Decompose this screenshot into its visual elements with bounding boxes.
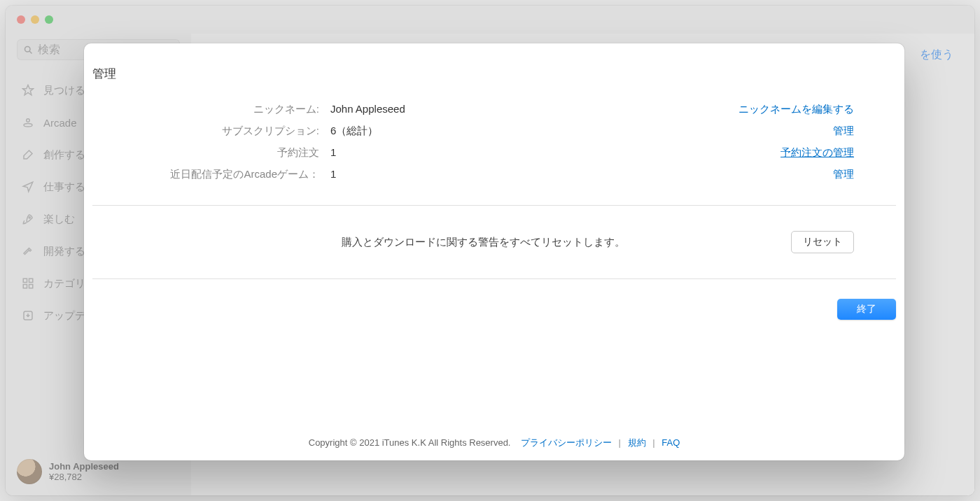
manage-modal: 管理 ニックネーム: John Appleseed ニックネームを編集する サブ… xyxy=(84,43,904,460)
svg-rect-8 xyxy=(23,285,27,288)
svg-point-5 xyxy=(29,217,30,218)
svg-point-0 xyxy=(25,46,31,52)
privacy-policy-link[interactable]: プライバシーポリシー xyxy=(521,437,612,448)
sidebar-item-label: カテゴリ xyxy=(43,277,85,290)
svg-line-1 xyxy=(29,51,31,53)
avatar xyxy=(17,459,42,484)
sidebar-item-label: 見つける xyxy=(43,84,85,97)
value-nickname: John Appleseed xyxy=(330,103,405,115)
sidebar-item-label: Arcade xyxy=(43,117,77,129)
value-preorders: 1 xyxy=(330,146,336,158)
done-button[interactable]: 終了 xyxy=(837,299,896,320)
brush-icon xyxy=(21,148,35,162)
top-right-link[interactable]: を使う xyxy=(920,48,953,62)
value-subscriptions: 6（総計） xyxy=(330,125,378,138)
label-nickname: ニックネーム: xyxy=(92,103,330,116)
value-arcade-upcoming: 1 xyxy=(330,168,336,180)
manage-preorders-link[interactable]: 予約注文の管理 xyxy=(780,146,896,160)
modal-title: 管理 xyxy=(88,66,900,99)
sidebar-item-label: 開発する xyxy=(43,245,85,258)
label-arcade-upcoming: 近日配信予定のArcadeゲーム： xyxy=(92,168,330,181)
paperplane-icon xyxy=(21,180,35,194)
close-window-button[interactable] xyxy=(17,15,25,24)
maximize-window-button[interactable] xyxy=(45,15,53,24)
terms-link[interactable]: 規約 xyxy=(628,437,646,448)
svg-rect-9 xyxy=(29,285,33,288)
hammer-icon xyxy=(21,244,35,258)
search-icon xyxy=(23,45,34,55)
grid-icon xyxy=(21,276,35,290)
separator: | xyxy=(619,437,621,448)
star-icon xyxy=(21,83,35,97)
row-nickname: ニックネーム: John Appleseed ニックネームを編集する xyxy=(92,99,896,120)
svg-rect-6 xyxy=(23,278,27,282)
row-subscriptions: サブスクリプション: 6（総計） 管理 xyxy=(92,120,896,142)
label-subscriptions: サブスクリプション: xyxy=(92,125,330,138)
download-icon xyxy=(21,309,35,323)
minimize-window-button[interactable] xyxy=(31,15,39,24)
label-preorders: 予約注文 xyxy=(92,146,330,160)
row-preorders: 予約注文 1 予約注文の管理 xyxy=(92,142,896,164)
separator: | xyxy=(652,437,654,448)
copyright-text: Copyright © 2021 iTunes K.K All Rights R… xyxy=(309,437,511,448)
rocket-icon xyxy=(21,212,35,226)
faq-link[interactable]: FAQ xyxy=(662,437,680,448)
divider xyxy=(92,205,896,206)
titlebar xyxy=(6,6,974,34)
svg-point-3 xyxy=(27,119,30,122)
row-arcade-upcoming: 近日配信予定のArcadeゲーム： 1 管理 xyxy=(92,164,896,185)
search-placeholder: 検索 xyxy=(38,43,60,57)
svg-point-4 xyxy=(24,124,32,127)
reset-button[interactable]: リセット xyxy=(791,231,854,253)
sidebar-item-label: 楽しむ xyxy=(43,213,75,226)
svg-marker-2 xyxy=(23,85,34,95)
modal-footer: Copyright © 2021 iTunes K.K All Rights R… xyxy=(84,427,904,460)
sidebar-item-label: 創作する xyxy=(43,148,85,162)
user-balance: ¥28,782 xyxy=(49,472,119,482)
manage-arcade-link[interactable]: 管理 xyxy=(833,168,896,181)
arcade-icon xyxy=(21,115,35,129)
reset-warnings-text: 購入とダウンロードに関する警告をすべてリセットします。 xyxy=(342,236,625,249)
manage-subscriptions-link[interactable]: 管理 xyxy=(833,125,896,138)
edit-nickname-link[interactable]: ニックネームを編集する xyxy=(738,103,896,116)
sidebar-item-label: 仕事する xyxy=(43,181,85,194)
user-name: John Appleseed xyxy=(49,461,119,472)
svg-rect-7 xyxy=(29,278,33,282)
divider xyxy=(92,278,896,279)
reset-section: 購入とダウンロードに関する警告をすべてリセットします。 リセット xyxy=(92,225,896,259)
